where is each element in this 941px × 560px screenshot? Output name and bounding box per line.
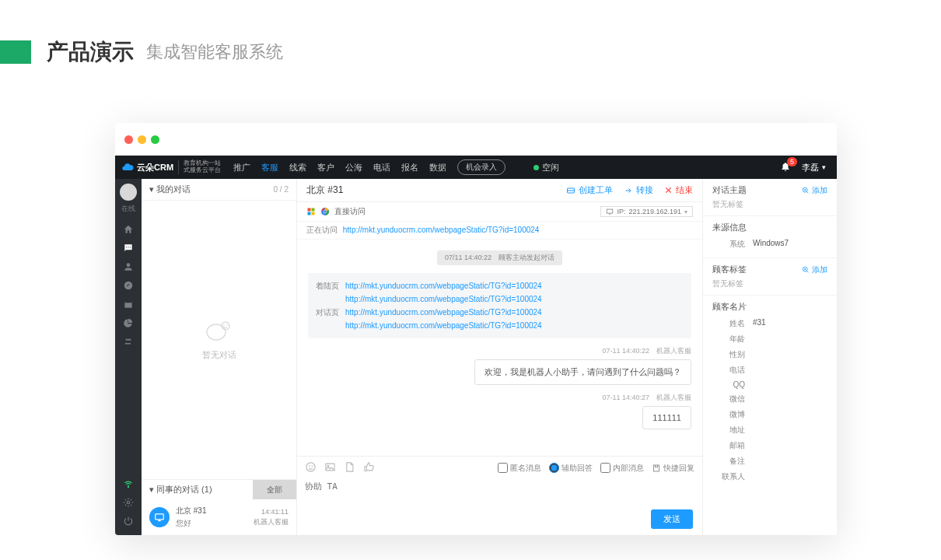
nav-phone[interactable]: 电话 [373, 162, 390, 173]
direct-visit-label: 直接访问 [334, 206, 366, 217]
all-button[interactable]: 全部 [253, 480, 296, 499]
add-tag-button[interactable]: 添加 [802, 264, 827, 275]
talk-link-1[interactable]: http://mkt.yunduocrm.com/webpageStatic/T… [345, 308, 542, 317]
pie-icon[interactable] [115, 313, 142, 332]
file-icon[interactable] [344, 461, 355, 474]
gear-icon[interactable] [115, 493, 142, 512]
user-menu[interactable]: 李磊 ▾ [802, 162, 826, 173]
right-sidebar: 对话主题 添加 暂无标签 来源信息 系统Windows7 顾客标签 添加 暂无标… [703, 179, 837, 535]
minimize-dot[interactable] [138, 135, 146, 144]
internal-checkbox[interactable]: 内部消息 [600, 463, 644, 474]
svg-point-11 [207, 324, 226, 340]
chat-actions: 创建工单 转接 结束 [566, 184, 693, 196]
brand-logo[interactable]: 云朵CRM 教育机构一站 式服务云平台 [115, 156, 227, 179]
end-button[interactable]: 结束 [664, 184, 693, 196]
my-conv-header[interactable]: ▾ 我的对话 0 / 2 [142, 179, 296, 201]
monitor-small-icon [606, 208, 614, 215]
svg-point-0 [126, 247, 127, 247]
section-customer-card: 顾客名片 姓名#31 年龄 性别 电话 QQ 微信 微博 地址 邮箱 备注 联系… [703, 296, 837, 490]
nav-signup[interactable]: 报名 [401, 162, 418, 173]
emoji-icon[interactable] [305, 461, 317, 474]
title-sub: 集成智能客服系统 [146, 40, 283, 64]
compose-box: 匿名消息 辅助回答 内部消息 快捷回复 发送 [297, 456, 702, 535]
svg-point-6 [126, 339, 128, 341]
svg-point-27 [312, 466, 313, 467]
wifi-icon[interactable] [115, 474, 142, 493]
add-topic-button[interactable]: 添加 [802, 185, 827, 196]
svg-point-1 [128, 247, 128, 247]
chat-area: 北京 #31 创建工单 转接 结束 [297, 179, 703, 535]
avatar[interactable] [120, 184, 137, 201]
nav-promote[interactable]: 推广 [233, 162, 250, 173]
user-name: 李磊 [802, 162, 819, 173]
home-icon[interactable] [115, 220, 142, 239]
svg-point-25 [306, 463, 315, 471]
close-icon [664, 186, 673, 194]
bookmark-icon [652, 464, 661, 473]
zoom-dot[interactable] [151, 135, 159, 144]
anon-checkbox[interactable]: 匿名消息 [498, 463, 541, 474]
nav-sea[interactable]: 公海 [345, 162, 362, 173]
conversation-item[interactable]: 北京 #31 您好 14:41:11 机器人客服 [142, 499, 296, 535]
calendar-icon[interactable] [115, 295, 142, 313]
person-icon[interactable] [115, 257, 142, 276]
message-input[interactable] [305, 481, 694, 506]
section-customer-tag: 顾客标签 添加 暂无标签 [703, 258, 837, 296]
send-button[interactable]: 发送 [651, 509, 693, 529]
svg-rect-15 [156, 514, 164, 520]
svg-point-23 [324, 210, 327, 213]
chat-subheader: 直接访问 IP: 221.219.162.191 ▾ [297, 202, 702, 222]
check-circle-icon[interactable] [115, 276, 142, 295]
empty-chat-icon [205, 320, 233, 343]
nav-data[interactable]: 数据 [429, 162, 446, 173]
online-label: 在线 [121, 204, 135, 214]
transfer-button[interactable]: 转接 [624, 184, 653, 196]
chat-log[interactable]: 07/11 14:40:22 顾客主动发起对话 着陆页http://mkt.yu… [297, 240, 702, 456]
system-pill: 07/11 14:40:22 顾客主动发起对话 [437, 250, 562, 265]
svg-rect-17 [308, 208, 311, 212]
notifications-button[interactable]: 5 [780, 161, 791, 173]
top-nav: 推广 客服 线索 客户 公海 电话 报名 数据 [233, 162, 446, 173]
nav-customer[interactable]: 客户 [317, 162, 334, 173]
landing-link-1[interactable]: http://mkt.yunduocrm.com/webpageStatic/T… [345, 282, 542, 290]
app-body: 在线 ▾ 我的对话 0 / 2 [115, 179, 837, 535]
svg-point-9 [128, 487, 128, 488]
nav-clue[interactable]: 线索 [289, 162, 306, 173]
app-window: 云朵CRM 教育机构一站 式服务云平台 推广 客服 线索 客户 公海 电话 报名… [115, 123, 837, 535]
power-icon[interactable] [115, 512, 142, 530]
search-plus-icon [802, 187, 810, 194]
create-ticket-button[interactable]: 创建工单 [566, 184, 613, 196]
chevron-down-icon: ▾ [684, 208, 687, 215]
svg-rect-24 [607, 209, 614, 213]
ip-box[interactable]: IP: 221.219.162.191 ▾ [600, 206, 693, 217]
close-dot[interactable] [124, 135, 133, 144]
talk-link-2[interactable]: http://mkt.yunduocrm.com/webpageStatic/T… [345, 321, 542, 330]
caret-icon: ▾ [149, 485, 156, 494]
status-indicator[interactable]: 空闲 [533, 162, 559, 173]
arrow-icon [624, 186, 633, 195]
brand-sub: 教育机构一站 式服务云平台 [178, 160, 221, 174]
thumbs-up-icon[interactable] [363, 461, 375, 474]
svg-point-8 [128, 339, 129, 341]
svg-point-14 [226, 324, 228, 326]
assist-radio[interactable]: 辅助回答 [549, 463, 593, 474]
search-plus-icon [802, 266, 810, 274]
nav-service[interactable]: 客服 [261, 162, 278, 173]
chat-icon[interactable] [115, 239, 142, 257]
chat-header: 北京 #31 创建工单 转接 结束 [297, 179, 702, 202]
quick-reply-button[interactable]: 快捷回复 [652, 463, 694, 474]
visiting-link[interactable]: http://mkt.yunduocrm.com/webpageStatic/T… [343, 226, 540, 234]
title-main: 产品演示 [47, 37, 134, 67]
visiting-row: 正在访问 http://mkt.yunduocrm.com/webpageSta… [297, 222, 702, 240]
bubble: 111111 [642, 406, 691, 429]
svg-point-10 [127, 501, 130, 504]
landing-link-2[interactable]: http://mkt.yunduocrm.com/webpageStatic/T… [345, 295, 542, 303]
people-icon[interactable] [115, 332, 142, 351]
record-opportunity-button[interactable]: 机会录入 [457, 159, 505, 175]
conv-info: 北京 #31 您好 [176, 506, 247, 529]
conv-meta: 14:41:11 机器人客服 [254, 508, 289, 527]
svg-rect-19 [308, 212, 311, 215]
image-icon[interactable] [324, 461, 336, 474]
section-topic: 对话主题 添加 暂无标签 [703, 179, 837, 216]
empty-label: 暂无对话 [202, 349, 236, 361]
